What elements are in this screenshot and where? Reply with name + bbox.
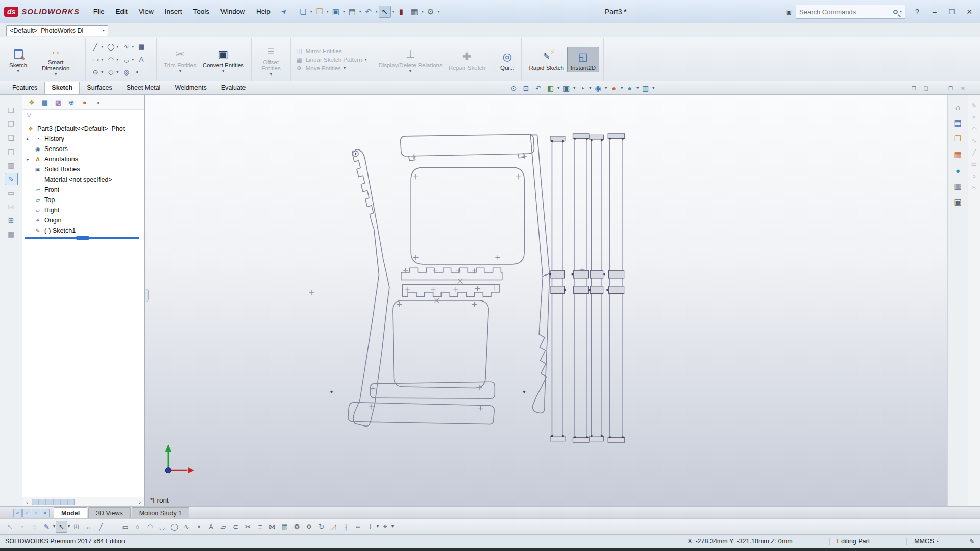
search-caret[interactable]: ▾ <box>900 10 902 14</box>
options-gear-icon-caret[interactable]: ▾ <box>438 10 440 14</box>
display-relations-caret[interactable]: ▾ <box>409 69 411 73</box>
rectangle-tool-icon-caret[interactable]: ▾ <box>101 53 105 66</box>
menu-tools[interactable]: Tools <box>188 0 215 23</box>
zoom-fit-icon[interactable]: ⊙ <box>508 83 519 93</box>
featuremanager-tab-icon[interactable]: ❖ <box>26 97 38 107</box>
circular-pattern-icon[interactable]: ❂ <box>291 521 303 533</box>
tab-evaluate[interactable]: Evaluate <box>214 82 253 94</box>
panel-splitter-handle[interactable] <box>145 289 149 302</box>
scale-entities-icon[interactable]: ◿ <box>328 521 339 533</box>
centerline-icon[interactable]: ╌ <box>107 521 119 533</box>
view-settings-icon[interactable]: ▥ <box>640 83 651 93</box>
convert-entities-caret[interactable]: ▾ <box>222 69 224 73</box>
circle-tool-icon[interactable]: ◯ <box>105 40 116 53</box>
menu-help[interactable]: Help <box>251 0 276 23</box>
expand-arrow-icon[interactable]: ▸ <box>27 136 31 141</box>
doc-cascade-icon[interactable]: ❐ <box>910 85 918 92</box>
view-orientation-icon[interactable]: ▣ <box>561 83 572 93</box>
maximize-button[interactable]: ❐ <box>944 5 960 18</box>
search-icon[interactable] <box>893 10 898 14</box>
tree-item-front-plane[interactable]: ▱ Front <box>23 185 143 195</box>
arc-icon[interactable]: ◠ <box>144 521 156 533</box>
undo-icon[interactable]: ↶ <box>362 6 375 18</box>
report-icon[interactable]: ❑ <box>5 132 18 144</box>
rebuild-icon[interactable]: ▮ <box>395 6 407 18</box>
line-tool-icon-caret[interactable]: ▾ <box>101 40 105 53</box>
close-button[interactable]: ✕ <box>962 5 977 18</box>
plane-icon[interactable]: ▱ <box>217 521 229 533</box>
section-view-icon[interactable]: ◧ <box>545 83 556 93</box>
ellipse-tool-icon[interactable]: ◡ <box>120 53 132 66</box>
tab-features[interactable]: Features <box>5 82 44 94</box>
apply-scene-icon-caret[interactable]: ▾ <box>636 86 639 90</box>
expand-arrow-icon[interactable]: ▸ <box>27 157 31 162</box>
tab-weldments[interactable]: Weldments <box>167 82 213 94</box>
instant2d-button[interactable]: ◱ Instant2D <box>567 47 599 72</box>
open-icon[interactable]: ❐ <box>313 6 326 18</box>
tab-sketch[interactable]: Sketch <box>44 82 80 94</box>
compare-icon[interactable]: ▥ <box>5 159 18 171</box>
flyout-pencil-icon[interactable]: ✎ <box>971 102 976 109</box>
hide-show-items-icon-caret[interactable]: ▾ <box>605 86 607 90</box>
polygon-tool-icon[interactable]: ◇ <box>105 66 116 79</box>
spline-tool-icon[interactable]: ∿ <box>120 40 132 53</box>
edit-appearance-icon[interactable]: ● <box>608 83 619 93</box>
rotate-entities-icon[interactable]: ↻ <box>315 521 327 533</box>
offset-entities-caret[interactable]: ▾ <box>270 72 272 77</box>
convert-entities-button[interactable]: ▣ Convert Entities ▾ <box>200 45 247 74</box>
tree-item-solid-bodies[interactable]: ▣ Solid Bodies <box>23 164 143 174</box>
slot-tool-icon-caret[interactable]: ▾ <box>101 66 105 79</box>
rollback-bar[interactable] <box>24 237 139 239</box>
units-caret-icon[interactable]: ▴ <box>937 539 939 543</box>
linear-pattern-icon[interactable]: ▦ <box>279 521 290 533</box>
arc-tool-icon-caret[interactable]: ▾ <box>116 53 120 66</box>
propertymanager-tab-icon[interactable]: ▤ <box>39 97 51 107</box>
active-cursor-icon-caret[interactable]: ▾ <box>68 524 70 529</box>
rapid-sketch-button[interactable]: ✎⚡ Rapid Sketch <box>526 47 567 72</box>
select-arrow-icon-caret[interactable]: ▾ <box>392 10 394 14</box>
configurationmanager-tab-icon[interactable]: ▩ <box>52 97 64 107</box>
rectangle-icon[interactable]: ▭ <box>119 521 131 533</box>
notes-icon[interactable]: ▦ <box>5 228 18 240</box>
undo-icon-caret[interactable]: ▾ <box>376 10 378 14</box>
unit-system-selector[interactable]: MMGS ▴ <box>906 538 939 545</box>
displaymanager-tab-icon[interactable]: ● <box>79 97 91 107</box>
tree-item-history[interactable]: ▸ ◔ History <box>23 134 143 144</box>
flyout-circle-icon[interactable]: ○ <box>972 172 976 180</box>
tab-surfaces[interactable]: Surfaces <box>80 82 119 94</box>
new-document-icon-caret[interactable]: ▾ <box>310 10 312 14</box>
convert-entities-icon[interactable]: ⊂ <box>230 521 241 533</box>
construction-geometry-icon[interactable]: ╍ <box>352 521 364 533</box>
tabs-scroll-next[interactable]: › <box>32 509 40 517</box>
tree-item-material[interactable]: ≡ Material <not specified> <box>23 174 143 185</box>
flyout-trim-icon[interactable]: ✂ <box>971 184 976 191</box>
appearances-icon[interactable]: ▦ <box>951 148 965 161</box>
help-button[interactable]: ? <box>910 5 925 18</box>
slot-tool-icon[interactable]: ⊖ <box>90 66 101 79</box>
print-icon-caret[interactable]: ▾ <box>359 10 361 14</box>
tab-model[interactable]: Model <box>54 507 87 518</box>
select-arrow-icon[interactable]: ↖ <box>379 6 391 18</box>
design-library-icon[interactable]: ▤ <box>951 117 965 129</box>
line-icon[interactable]: ╱ <box>95 521 107 533</box>
tree-item-sensors[interactable]: ◉ Sensors <box>23 144 143 154</box>
doc-minimize-icon[interactable]: – <box>935 85 942 92</box>
doc-close-icon[interactable]: ✕ <box>959 85 967 92</box>
ellipse-icon[interactable]: ◯ <box>168 521 180 533</box>
save-icon[interactable]: ▣ <box>330 6 342 18</box>
tangent-arc-icon[interactable]: ◡ <box>156 521 168 533</box>
smart-dimension-button[interactable]: ↔ Smart Dimension ▾ <box>30 42 81 78</box>
apply-scene-icon[interactable]: ● <box>624 83 635 93</box>
text-tool-icon[interactable]: A <box>136 53 147 66</box>
save-icon-caret[interactable]: ▾ <box>343 10 345 14</box>
trim-entities-icon[interactable]: ✂ <box>242 521 254 533</box>
pin-icon[interactable]: ➤ <box>279 7 288 16</box>
menu-edit[interactable]: Edit <box>110 0 133 23</box>
home-icon[interactable]: ⌂ <box>951 101 965 113</box>
move-entities-caret[interactable]: ▾ <box>344 66 346 70</box>
menu-file[interactable]: File <box>88 0 110 23</box>
tabs-scroll-first[interactable]: « <box>13 509 22 517</box>
display-style-icon-caret[interactable]: ▾ <box>589 86 591 90</box>
select-cursor-icon[interactable]: ↖ <box>4 521 16 533</box>
lasso-select-icon[interactable]: ◌ <box>29 521 40 533</box>
